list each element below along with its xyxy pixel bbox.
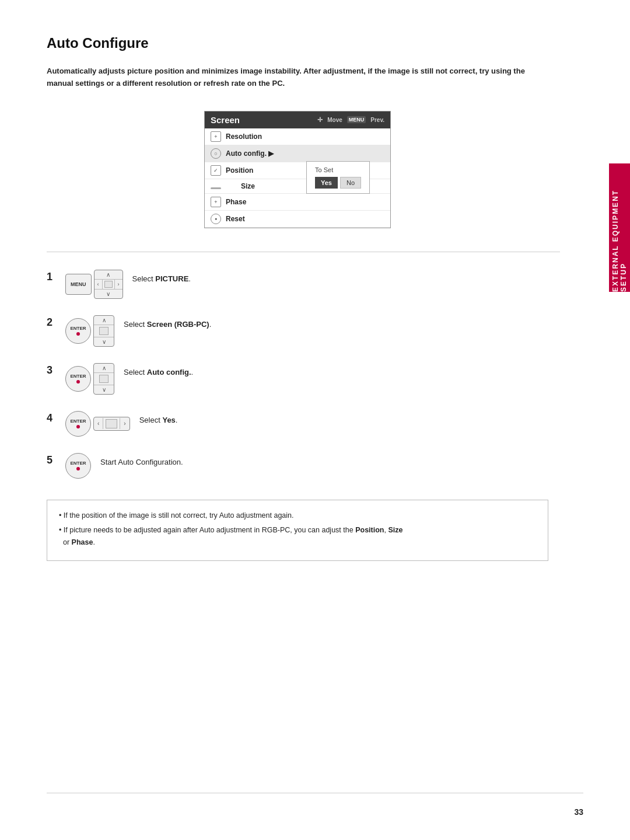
menu-item-resolution: + Resolution	[205, 128, 390, 145]
step-1-text: Select PICTURE.	[132, 270, 191, 285]
menu-button: MENU	[65, 274, 92, 295]
screen-menu-title: Screen	[211, 115, 313, 125]
lr-row-4: ‹ ›	[94, 417, 130, 430]
ud-top-2: ∧	[94, 316, 114, 325]
autoconfig-label: Auto config. ▶	[226, 149, 274, 158]
lr-right-4: ›	[120, 418, 129, 429]
yes-button[interactable]: Yes	[315, 177, 338, 189]
step-2-suffix: .	[209, 320, 212, 329]
position-label: Position	[226, 166, 253, 175]
ud-top-3: ∧	[94, 364, 114, 373]
nav-left-1: ‹	[94, 280, 103, 289]
lr-left-4: ‹	[94, 418, 103, 429]
step-4-prefix: Select	[139, 416, 163, 424]
step-4: 4 ENTER ‹ › Select Yes.	[47, 411, 560, 437]
position-icon: ✓	[211, 165, 221, 176]
screen-menu-illustration: Screen ✛ Move MENU Prev. + Resolution ○	[47, 111, 560, 228]
step-1-suffix: .	[188, 274, 191, 283]
step-5-buttons: ENTER	[65, 453, 91, 479]
enter-button-3: ENTER	[65, 366, 91, 392]
step-2: 2 ENTER ∧ ∨ Select Screen (RGB-PC).	[47, 315, 560, 347]
lr-center-4	[106, 419, 117, 428]
phase-icon: +	[211, 197, 221, 207]
step-5-number: 5	[47, 454, 56, 466]
nav-down-1: ∨	[94, 290, 123, 298]
steps-container: 1 MENU ∧ ‹ › ∨ Select PICTURE.	[47, 270, 560, 479]
notes-box: • If the position of the image is still …	[47, 500, 548, 562]
step-4-text: Select Yes.	[139, 411, 178, 426]
ud-bot-2: ∨	[94, 337, 114, 346]
step-1-number: 1	[47, 271, 56, 283]
nav-mid-1: ‹ ›	[94, 280, 123, 290]
note-1: • If the position of the image is still …	[59, 510, 536, 522]
to-set-panel: To Set Yes No	[306, 161, 370, 194]
ud-mid-3	[94, 373, 114, 385]
move-icon: ✛	[317, 116, 323, 124]
ud-bot-3: ∨	[94, 385, 114, 394]
note-2: • If picture needs to be adjusted again …	[59, 524, 536, 549]
step-2-text: Select Screen (RGB-PC).	[124, 315, 211, 330]
section-divider	[47, 252, 560, 252]
menu-item-phase: + Phase	[205, 194, 390, 211]
size-label: Size	[241, 182, 255, 190]
menu-item-reset: ● Reset	[205, 211, 390, 228]
step-3-suffix: .	[191, 368, 194, 377]
step-4-suffix: .	[176, 416, 178, 424]
step-5-text: Start Auto Configuration.	[100, 453, 183, 468]
phase-label: Phase	[226, 198, 246, 206]
bottom-rule	[47, 793, 583, 793]
enter-button-2: ENTER	[65, 318, 91, 344]
step-3-buttons: ENTER ∧ ∨	[65, 363, 114, 395]
step-1-buttons: MENU ∧ ‹ › ∨	[65, 270, 123, 299]
step-1-prefix: Select	[132, 274, 156, 283]
step-1-bold: PICTURE	[155, 274, 188, 283]
reset-icon: ●	[211, 214, 221, 224]
step-2-number: 2	[47, 316, 56, 329]
step-5-content: Start Auto Configuration.	[100, 458, 183, 466]
size-icon	[211, 187, 221, 189]
no-button[interactable]: No	[340, 177, 361, 189]
menu-tag: MENU	[347, 116, 366, 123]
step-3: 3 ENTER ∧ ∨ Select Auto config..	[47, 363, 560, 395]
autoconfig-icon: ○	[211, 148, 221, 159]
to-set-label: To Set	[315, 166, 361, 173]
step-3-number: 3	[47, 364, 56, 377]
screen-menu-header: Screen ✛ Move MENU Prev.	[205, 111, 390, 128]
step-1: 1 MENU ∧ ‹ › ∨ Select PICTURE.	[47, 270, 560, 299]
side-tab-label: EXTERNAL EQUIPMENT SETUP	[611, 163, 628, 292]
nav-right-1: ›	[114, 280, 123, 289]
page-title: Auto Configure	[47, 35, 560, 51]
step-4-number: 4	[47, 412, 56, 424]
step-5: 5 ENTER Start Auto Configuration.	[47, 453, 560, 479]
move-label: Move	[327, 117, 342, 123]
step-2-bold: Screen (RGB-PC)	[147, 320, 209, 329]
enter-button-4: ENTER	[65, 411, 91, 437]
prev-label: Prev.	[370, 117, 384, 123]
description: Automatically adjusts picture position a…	[47, 65, 548, 90]
resolution-icon: +	[211, 131, 221, 142]
side-tab: EXTERNAL EQUIPMENT SETUP	[609, 163, 630, 292]
resolution-label: Resolution	[226, 133, 262, 141]
nav-arrows-1: ∧ ‹ › ∨	[94, 270, 123, 299]
menu-item-autoconfig: ○ Auto config. ▶	[205, 145, 390, 162]
nav-up-1: ∧	[94, 270, 123, 280]
updown-nav-2: ∧ ∨	[93, 315, 114, 347]
enter-button-5: ENTER	[65, 453, 91, 479]
step-2-buttons: ENTER ∧ ∨	[65, 315, 114, 347]
page-number: 33	[574, 807, 583, 817]
updown-nav-3: ∧ ∨	[93, 363, 114, 395]
yes-no-buttons: Yes No	[315, 177, 361, 189]
step-3-text: Select Auto config..	[124, 363, 193, 378]
lr-nav-4: ‹ ›	[93, 417, 130, 431]
reset-label: Reset	[226, 215, 245, 223]
step-4-buttons: ENTER ‹ ›	[65, 411, 130, 437]
step-2-prefix: Select	[124, 320, 147, 329]
step-3-bold: Auto config.	[147, 368, 191, 377]
ud-mid-2	[94, 325, 114, 337]
step-3-prefix: Select	[124, 368, 147, 377]
nav-center-1	[103, 280, 114, 289]
step-4-bold: Yes	[162, 416, 175, 424]
